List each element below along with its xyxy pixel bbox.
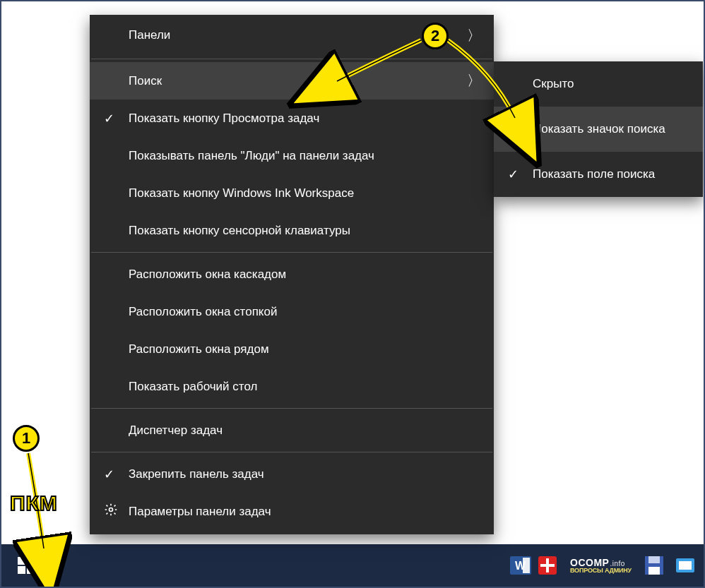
annotation-marker-2: 2: [422, 23, 449, 49]
annotation-arrows: [1, 1, 705, 588]
annotation-marker-text: 2: [431, 27, 439, 45]
annotation-marker-1: 1: [13, 425, 40, 452]
annotation-pkm-label: ПКМ: [10, 491, 58, 515]
annotation-marker-text: 1: [22, 429, 30, 448]
